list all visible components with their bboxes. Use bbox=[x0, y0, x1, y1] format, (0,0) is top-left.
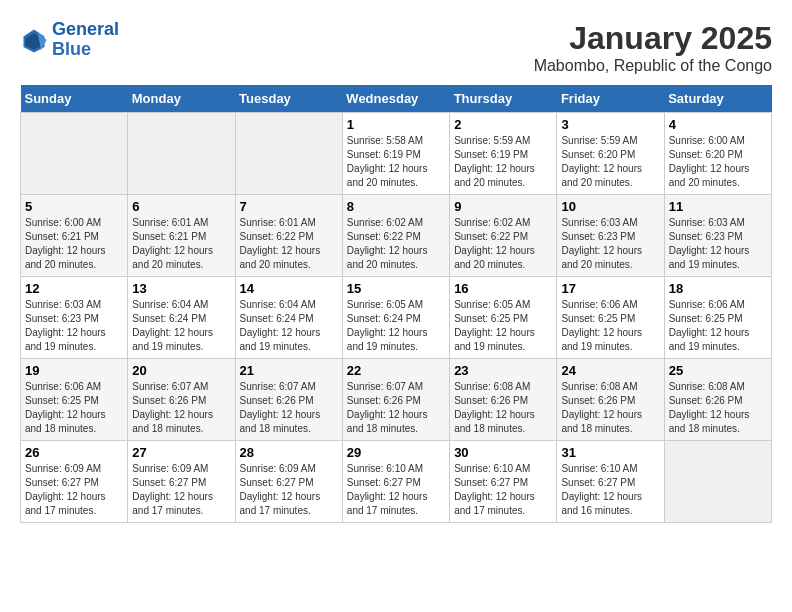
day-cell: 26Sunrise: 6:09 AM Sunset: 6:27 PM Dayli… bbox=[21, 441, 128, 523]
day-number: 21 bbox=[240, 363, 338, 378]
header-cell-saturday: Saturday bbox=[664, 85, 771, 113]
day-info: Sunrise: 6:08 AM Sunset: 6:26 PM Dayligh… bbox=[669, 380, 767, 436]
day-info: Sunrise: 6:03 AM Sunset: 6:23 PM Dayligh… bbox=[561, 216, 659, 272]
header-row: SundayMondayTuesdayWednesdayThursdayFrid… bbox=[21, 85, 772, 113]
day-cell: 30Sunrise: 6:10 AM Sunset: 6:27 PM Dayli… bbox=[450, 441, 557, 523]
week-row-1: 1Sunrise: 5:58 AM Sunset: 6:19 PM Daylig… bbox=[21, 113, 772, 195]
day-cell: 25Sunrise: 6:08 AM Sunset: 6:26 PM Dayli… bbox=[664, 359, 771, 441]
day-info: Sunrise: 6:02 AM Sunset: 6:22 PM Dayligh… bbox=[347, 216, 445, 272]
day-number: 19 bbox=[25, 363, 123, 378]
day-cell: 28Sunrise: 6:09 AM Sunset: 6:27 PM Dayli… bbox=[235, 441, 342, 523]
header-cell-tuesday: Tuesday bbox=[235, 85, 342, 113]
day-info: Sunrise: 6:10 AM Sunset: 6:27 PM Dayligh… bbox=[561, 462, 659, 518]
day-number: 27 bbox=[132, 445, 230, 460]
day-info: Sunrise: 6:04 AM Sunset: 6:24 PM Dayligh… bbox=[240, 298, 338, 354]
day-cell: 2Sunrise: 5:59 AM Sunset: 6:19 PM Daylig… bbox=[450, 113, 557, 195]
day-cell bbox=[664, 441, 771, 523]
day-info: Sunrise: 6:03 AM Sunset: 6:23 PM Dayligh… bbox=[25, 298, 123, 354]
day-number: 29 bbox=[347, 445, 445, 460]
day-number: 5 bbox=[25, 199, 123, 214]
header-cell-monday: Monday bbox=[128, 85, 235, 113]
day-info: Sunrise: 5:59 AM Sunset: 6:20 PM Dayligh… bbox=[561, 134, 659, 190]
day-info: Sunrise: 6:07 AM Sunset: 6:26 PM Dayligh… bbox=[132, 380, 230, 436]
header-cell-friday: Friday bbox=[557, 85, 664, 113]
day-info: Sunrise: 6:09 AM Sunset: 6:27 PM Dayligh… bbox=[240, 462, 338, 518]
day-cell: 24Sunrise: 6:08 AM Sunset: 6:26 PM Dayli… bbox=[557, 359, 664, 441]
week-row-4: 19Sunrise: 6:06 AM Sunset: 6:25 PM Dayli… bbox=[21, 359, 772, 441]
day-number: 18 bbox=[669, 281, 767, 296]
main-title: January 2025 bbox=[534, 20, 772, 57]
day-info: Sunrise: 5:59 AM Sunset: 6:19 PM Dayligh… bbox=[454, 134, 552, 190]
day-cell: 9Sunrise: 6:02 AM Sunset: 6:22 PM Daylig… bbox=[450, 195, 557, 277]
day-cell: 21Sunrise: 6:07 AM Sunset: 6:26 PM Dayli… bbox=[235, 359, 342, 441]
day-cell: 20Sunrise: 6:07 AM Sunset: 6:26 PM Dayli… bbox=[128, 359, 235, 441]
day-info: Sunrise: 6:01 AM Sunset: 6:22 PM Dayligh… bbox=[240, 216, 338, 272]
day-info: Sunrise: 6:03 AM Sunset: 6:23 PM Dayligh… bbox=[669, 216, 767, 272]
logo-text: General Blue bbox=[52, 20, 119, 60]
day-number: 12 bbox=[25, 281, 123, 296]
day-info: Sunrise: 6:06 AM Sunset: 6:25 PM Dayligh… bbox=[25, 380, 123, 436]
calendar-header: SundayMondayTuesdayWednesdayThursdayFrid… bbox=[21, 85, 772, 113]
day-cell bbox=[128, 113, 235, 195]
day-info: Sunrise: 6:08 AM Sunset: 6:26 PM Dayligh… bbox=[454, 380, 552, 436]
header-cell-thursday: Thursday bbox=[450, 85, 557, 113]
day-cell: 14Sunrise: 6:04 AM Sunset: 6:24 PM Dayli… bbox=[235, 277, 342, 359]
day-cell: 4Sunrise: 6:00 AM Sunset: 6:20 PM Daylig… bbox=[664, 113, 771, 195]
day-info: Sunrise: 6:00 AM Sunset: 6:20 PM Dayligh… bbox=[669, 134, 767, 190]
title-area: January 2025 Mabombo, Republic of the Co… bbox=[534, 20, 772, 75]
day-info: Sunrise: 6:02 AM Sunset: 6:22 PM Dayligh… bbox=[454, 216, 552, 272]
day-number: 28 bbox=[240, 445, 338, 460]
day-info: Sunrise: 6:05 AM Sunset: 6:24 PM Dayligh… bbox=[347, 298, 445, 354]
day-info: Sunrise: 6:05 AM Sunset: 6:25 PM Dayligh… bbox=[454, 298, 552, 354]
day-cell: 13Sunrise: 6:04 AM Sunset: 6:24 PM Dayli… bbox=[128, 277, 235, 359]
week-row-3: 12Sunrise: 6:03 AM Sunset: 6:23 PM Dayli… bbox=[21, 277, 772, 359]
day-number: 7 bbox=[240, 199, 338, 214]
day-info: Sunrise: 6:06 AM Sunset: 6:25 PM Dayligh… bbox=[561, 298, 659, 354]
day-info: Sunrise: 5:58 AM Sunset: 6:19 PM Dayligh… bbox=[347, 134, 445, 190]
day-info: Sunrise: 6:01 AM Sunset: 6:21 PM Dayligh… bbox=[132, 216, 230, 272]
day-number: 15 bbox=[347, 281, 445, 296]
day-cell: 16Sunrise: 6:05 AM Sunset: 6:25 PM Dayli… bbox=[450, 277, 557, 359]
day-info: Sunrise: 6:09 AM Sunset: 6:27 PM Dayligh… bbox=[132, 462, 230, 518]
day-number: 30 bbox=[454, 445, 552, 460]
day-cell: 11Sunrise: 6:03 AM Sunset: 6:23 PM Dayli… bbox=[664, 195, 771, 277]
day-info: Sunrise: 6:10 AM Sunset: 6:27 PM Dayligh… bbox=[454, 462, 552, 518]
day-info: Sunrise: 6:07 AM Sunset: 6:26 PM Dayligh… bbox=[347, 380, 445, 436]
day-number: 1 bbox=[347, 117, 445, 132]
week-row-5: 26Sunrise: 6:09 AM Sunset: 6:27 PM Dayli… bbox=[21, 441, 772, 523]
day-number: 13 bbox=[132, 281, 230, 296]
day-number: 24 bbox=[561, 363, 659, 378]
day-number: 23 bbox=[454, 363, 552, 378]
header: General Blue January 2025 Mabombo, Repub… bbox=[20, 20, 772, 75]
day-cell: 8Sunrise: 6:02 AM Sunset: 6:22 PM Daylig… bbox=[342, 195, 449, 277]
day-cell: 19Sunrise: 6:06 AM Sunset: 6:25 PM Dayli… bbox=[21, 359, 128, 441]
week-row-2: 5Sunrise: 6:00 AM Sunset: 6:21 PM Daylig… bbox=[21, 195, 772, 277]
day-number: 17 bbox=[561, 281, 659, 296]
logo-icon bbox=[20, 26, 48, 54]
day-number: 16 bbox=[454, 281, 552, 296]
calendar-body: 1Sunrise: 5:58 AM Sunset: 6:19 PM Daylig… bbox=[21, 113, 772, 523]
day-number: 11 bbox=[669, 199, 767, 214]
day-cell: 17Sunrise: 6:06 AM Sunset: 6:25 PM Dayli… bbox=[557, 277, 664, 359]
day-cell: 6Sunrise: 6:01 AM Sunset: 6:21 PM Daylig… bbox=[128, 195, 235, 277]
header-cell-sunday: Sunday bbox=[21, 85, 128, 113]
day-cell: 10Sunrise: 6:03 AM Sunset: 6:23 PM Dayli… bbox=[557, 195, 664, 277]
day-cell: 1Sunrise: 5:58 AM Sunset: 6:19 PM Daylig… bbox=[342, 113, 449, 195]
day-info: Sunrise: 6:00 AM Sunset: 6:21 PM Dayligh… bbox=[25, 216, 123, 272]
day-info: Sunrise: 6:08 AM Sunset: 6:26 PM Dayligh… bbox=[561, 380, 659, 436]
day-cell: 7Sunrise: 6:01 AM Sunset: 6:22 PM Daylig… bbox=[235, 195, 342, 277]
day-cell: 3Sunrise: 5:59 AM Sunset: 6:20 PM Daylig… bbox=[557, 113, 664, 195]
day-number: 4 bbox=[669, 117, 767, 132]
subtitle: Mabombo, Republic of the Congo bbox=[534, 57, 772, 75]
day-cell: 31Sunrise: 6:10 AM Sunset: 6:27 PM Dayli… bbox=[557, 441, 664, 523]
calendar-table: SundayMondayTuesdayWednesdayThursdayFrid… bbox=[20, 85, 772, 523]
day-number: 3 bbox=[561, 117, 659, 132]
day-cell: 27Sunrise: 6:09 AM Sunset: 6:27 PM Dayli… bbox=[128, 441, 235, 523]
day-info: Sunrise: 6:06 AM Sunset: 6:25 PM Dayligh… bbox=[669, 298, 767, 354]
day-cell: 22Sunrise: 6:07 AM Sunset: 6:26 PM Dayli… bbox=[342, 359, 449, 441]
day-info: Sunrise: 6:10 AM Sunset: 6:27 PM Dayligh… bbox=[347, 462, 445, 518]
day-number: 26 bbox=[25, 445, 123, 460]
day-cell: 15Sunrise: 6:05 AM Sunset: 6:24 PM Dayli… bbox=[342, 277, 449, 359]
day-cell bbox=[21, 113, 128, 195]
logo: General Blue bbox=[20, 20, 119, 60]
